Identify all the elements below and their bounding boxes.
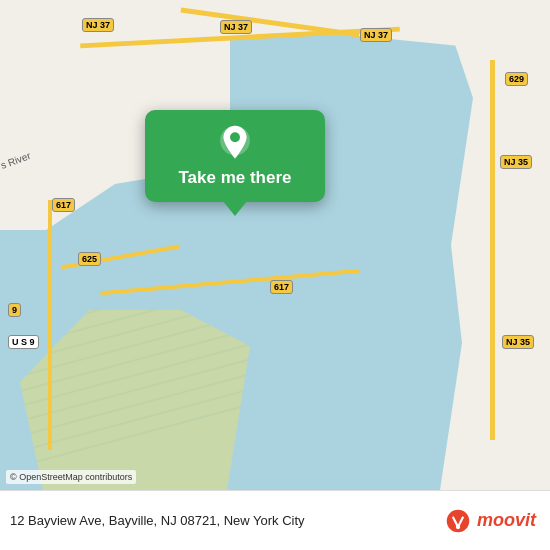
road-nj35 — [490, 60, 495, 440]
shield-625: 625 — [78, 252, 101, 266]
map-attribution: © OpenStreetMap contributors — [6, 470, 136, 484]
svg-point-1 — [230, 132, 240, 142]
shield-nj37-center: NJ 37 — [220, 20, 252, 34]
shield-629: 629 — [505, 72, 528, 86]
shield-nj35-lower: NJ 35 — [502, 335, 534, 349]
svg-point-3 — [456, 524, 460, 528]
bottom-left-section: 12 Bayview Ave, Bayville, NJ 08721, New … — [10, 513, 305, 528]
moovit-icon — [445, 508, 471, 534]
popup-arrow — [223, 201, 247, 216]
shield-617-center: 617 — [270, 280, 293, 294]
shield-nj37-right: NJ 37 — [360, 28, 392, 42]
shield-nj35-upper: NJ 35 — [500, 155, 532, 169]
shield-9: 9 — [8, 303, 21, 317]
road-us9 — [48, 200, 52, 450]
shield-nj37-left: NJ 37 — [82, 18, 114, 32]
bottom-bar: 12 Bayview Ave, Bayville, NJ 08721, New … — [0, 490, 550, 550]
moovit-logo: moovit — [445, 508, 536, 534]
moovit-text-label: moovit — [477, 510, 536, 531]
popup-label: Take me there — [178, 168, 291, 188]
map-container: NJ 37 NJ 37 NJ 37 NJ 35 NJ 35 617 617 62… — [0, 0, 550, 490]
map-popup[interactable]: Take me there — [145, 110, 325, 202]
address-text: 12 Bayview Ave, Bayville, NJ 08721, New … — [10, 513, 305, 528]
location-pin-icon — [216, 124, 254, 162]
shield-us9: U S 9 — [8, 335, 39, 349]
shield-617-left: 617 — [52, 198, 75, 212]
